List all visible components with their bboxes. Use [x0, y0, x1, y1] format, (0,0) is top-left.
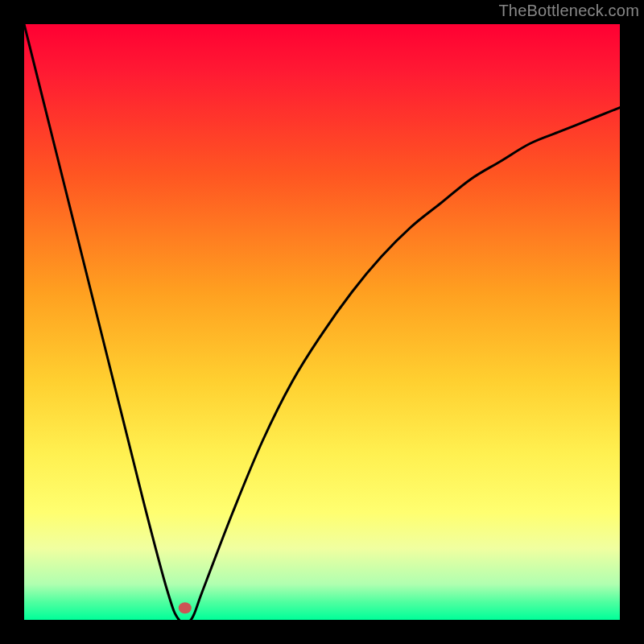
- chart-container: TheBottleneck.com: [0, 0, 644, 644]
- watermark-text: TheBottleneck.com: [498, 2, 639, 20]
- optimal-point-marker: [179, 602, 192, 613]
- gradient-background: [24, 24, 620, 620]
- chart-svg: [24, 24, 620, 620]
- plot-area: [24, 24, 620, 620]
